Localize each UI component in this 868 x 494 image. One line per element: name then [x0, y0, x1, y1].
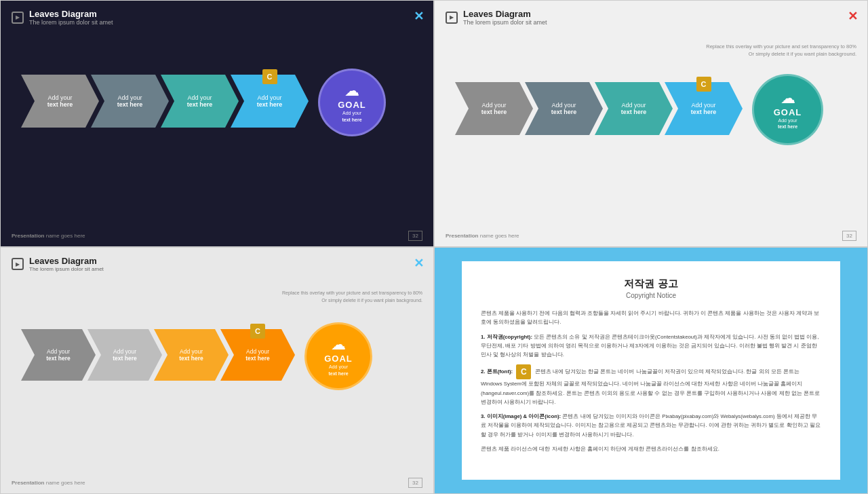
copyright-inner: 저작권 공고 Copyright Notice 콘텐츠 제품을 사용하기 전에 … — [462, 261, 840, 480]
goal-label-1: GOAL — [338, 100, 366, 110]
header-text-3: Leaves Diagram The lorem ipsum dolor sit… — [29, 256, 104, 272]
panel-3-header: Leaves Diagram The lorem ipsum dolor sit… — [12, 256, 104, 272]
diagram-2: Add your text here Add your text here Ad… — [455, 74, 847, 145]
panel-2-subtitle: The lorem ipsum dolor sit amet — [463, 19, 547, 26]
goal-sub-1: Add your text here — [342, 110, 361, 122]
c-badge-1: C — [262, 69, 277, 84]
footer-text-1: Presentation name goes here — [12, 233, 85, 239]
copyright-section2: 2. 폰트(font): C 콘텐츠 내에 당겨있는 한글 폰트는 네이버 나눔… — [481, 364, 821, 406]
chevron-1-content: Add your text here — [21, 75, 99, 128]
goal-label-2: GOAL — [774, 107, 802, 117]
play-icon-1 — [12, 12, 24, 24]
chevron-2-content: Add your text here — [91, 75, 169, 128]
c-badge-3: C — [250, 324, 265, 339]
page-num-2: 32 — [842, 231, 856, 241]
copyright-body: 콘텐츠 제품을 사용하기 전에 다음의 협력과 조항들을 자세히 읽어 주시기 … — [481, 309, 821, 453]
panel-2-header: Leaves Diagram The lorem ipsum dolor sit… — [446, 9, 547, 26]
ch1-label: Add your — [47, 94, 72, 101]
ch2-label: Add your — [117, 94, 142, 101]
page-num-3: 32 — [408, 478, 422, 488]
panel-3: Leaves Diagram The lorem ipsum dolor sit… — [0, 247, 434, 494]
close-btn-2[interactable]: ✕ — [848, 9, 858, 24]
chevron-3-content: Add your text here — [161, 75, 239, 128]
panel-4: 저작권 공고 Copyright Notice 콘텐츠 제품을 사용하기 전에 … — [434, 247, 868, 494]
panel-2: Leaves Diagram The lorem ipsum dolor sit… — [434, 0, 868, 247]
copyright-subtitle: Copyright Notice — [481, 292, 821, 299]
diagram-1: Add your text here Add your text here Ad… — [21, 69, 413, 136]
panel-1-title: Leaves Diagram — [29, 9, 113, 19]
close-btn-3[interactable]: ✕ — [414, 256, 424, 271]
goal-circle-2: ☁ GOAL Add your text here — [752, 74, 823, 145]
page-num-1: 32 — [408, 231, 422, 241]
ch3-label: Add your — [187, 94, 212, 101]
c-badge-inline: C — [516, 364, 531, 379]
ch3-bold: text here — [187, 101, 213, 108]
panel-1-header: Leaves Diagram The lorem ipsum dolor sit… — [12, 9, 113, 26]
panel-1-footer: Presentation name goes here 32 — [12, 231, 422, 241]
c-badge-2: C — [696, 77, 711, 92]
overlay-text-2: Replace this overlay with your picture a… — [706, 43, 856, 58]
header-text-1: Leaves Diagram The lorem ipsum dolor sit… — [29, 9, 113, 26]
footer-text-2: Presentation name goes here — [446, 233, 519, 239]
play-icon-3 — [12, 258, 24, 270]
goal-circle-3: ☁ GOAL Add your text here — [304, 322, 372, 390]
copyright-section3: 3. 이미지(image) & 아이콘(icon): 콘텐츠 내에 당겨있는 이… — [481, 412, 821, 439]
panel-2-footer: Presentation name goes here 32 — [446, 231, 856, 241]
ch4-bold: text here — [257, 101, 283, 108]
ch1-bold: text here — [47, 101, 73, 108]
play-icon-2 — [446, 12, 458, 24]
cloud-icon-1: ☁ — [344, 82, 359, 100]
panel-2-title: Leaves Diagram — [463, 9, 547, 19]
panel-3-subtitle: The lorem ipsum dolor sit amet — [29, 266, 104, 272]
ch4-label: Add your — [257, 94, 281, 101]
copyright-title: 저작권 공고 — [481, 278, 821, 290]
panel-1: Leaves Diagram The lorem ipsum dolor sit… — [0, 0, 434, 247]
panel-3-title: Leaves Diagram — [29, 256, 104, 266]
copyright-footer: 콘텐츠 제품 라이선스에 대한 자세한 사항은 홈페이지 하단에 게재한 콘텐츠… — [481, 444, 821, 453]
ch2-bold: text here — [117, 101, 143, 108]
panel-3-footer: Presentation name goes here 32 — [12, 478, 422, 488]
copyright-section1: 1. 저작권(copyright): 모든 콘텐츠의 소유 및 저작권은 콘텐츠… — [481, 332, 821, 360]
panel-1-subtitle: The lorem ipsum dolor sit amet — [29, 19, 113, 26]
copyright-intro: 콘텐츠 제품을 사용하기 전에 다음의 협력과 조항들을 자세히 읽어 주시기 … — [481, 309, 821, 327]
goal-label-3: GOAL — [324, 354, 353, 364]
header-text-2: Leaves Diagram The lorem ipsum dolor sit… — [463, 9, 547, 26]
footer-text-3: Presentation name goes here — [12, 480, 85, 486]
close-btn-1[interactable]: ✕ — [414, 9, 424, 24]
goal-circle-1: ☁ GOAL Add your text here — [318, 69, 386, 136]
diagram-3: Add your text here Add your text here Ad… — [21, 322, 413, 390]
overlay-text-3: Replace this overlay with your picture a… — [282, 290, 422, 304]
